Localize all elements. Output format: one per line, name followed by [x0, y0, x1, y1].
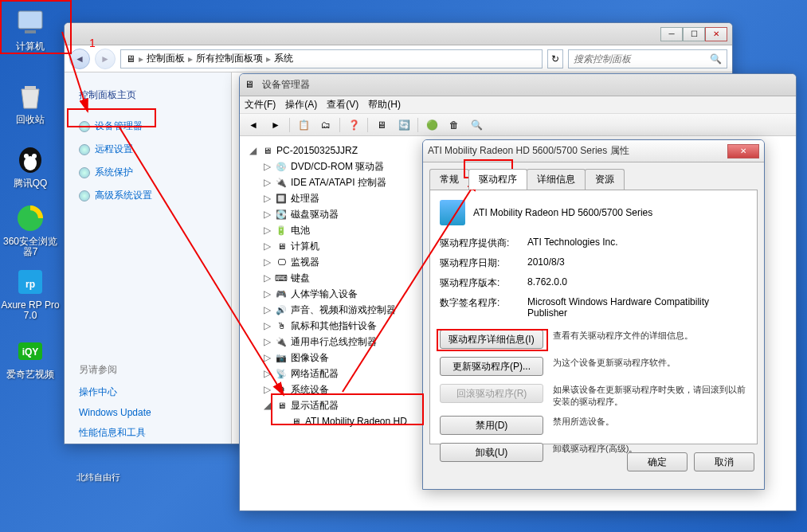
- svg-line-13: [119, 127, 284, 395]
- anno-arrows: [0, 0, 807, 532]
- svg-line-14: [343, 178, 478, 392]
- svg-line-12: [62, 32, 88, 111]
- tab-driver[interactable]: 驱动程序: [468, 169, 527, 190]
